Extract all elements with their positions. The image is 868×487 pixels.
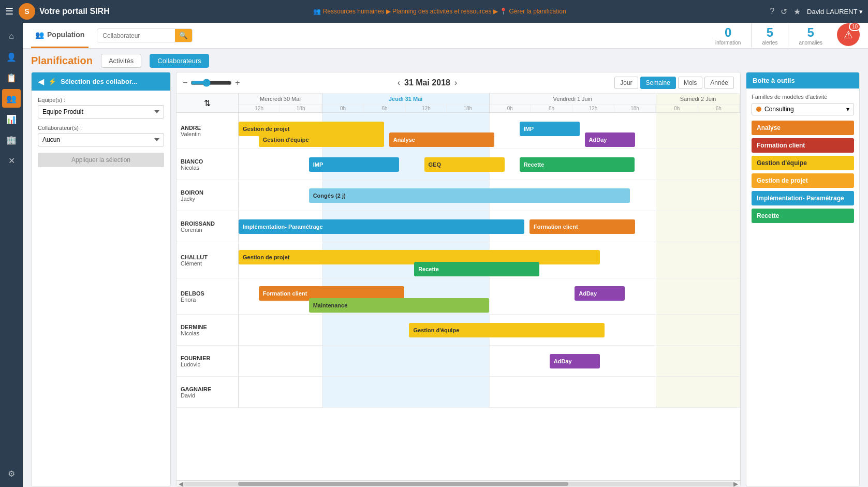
- time-headers-thu: 0h 6h 12h 18h: [322, 105, 489, 112]
- sidebar-item-document[interactable]: 📋: [2, 68, 21, 87]
- activity-bar[interactable]: Recette: [414, 262, 539, 276]
- list-item[interactable]: Recette: [752, 209, 854, 223]
- search-input[interactable]: [97, 29, 175, 42]
- firstname: Jacky: [181, 196, 234, 202]
- zoom-plus-button[interactable]: +: [235, 78, 240, 87]
- time-headers-fri: 0h 6h 12h 18h: [490, 105, 656, 112]
- sidebar-item-person[interactable]: 👤: [2, 48, 21, 66]
- lastname: DELBOS: [181, 290, 234, 297]
- row-cells-challut: Gestion de projet Recette: [239, 242, 740, 278]
- activity-bar[interactable]: Implémentation- Paramétrage: [239, 219, 524, 234]
- user-menu[interactable]: David LAURENT ▾: [807, 8, 863, 16]
- help-icon[interactable]: ?: [770, 7, 774, 16]
- activity-bar[interactable]: AdDay: [550, 354, 600, 368]
- menu-icon[interactable]: ☰: [5, 6, 13, 17]
- table-row: BIANCO Nicolas: [176, 149, 740, 180]
- settings-icon[interactable]: ⚙: [2, 464, 21, 483]
- lastname: DERMINE: [181, 324, 234, 330]
- zoom-controls: − +: [183, 78, 240, 87]
- breadcrumb-item-1[interactable]: Ressources humaines: [323, 8, 385, 15]
- breadcrumb-item-2[interactable]: Planning des activités et ressources: [392, 8, 491, 15]
- firstname: Ludovic: [181, 361, 234, 367]
- equipe-label: Equipe(s) :: [38, 97, 164, 103]
- activity-bar[interactable]: AdDay: [575, 286, 625, 301]
- nav-actions: ? ↺ ★ David LAURENT ▾: [770, 7, 863, 17]
- logo-circle: S: [19, 3, 35, 20]
- scrollbar-thumb[interactable]: [238, 482, 568, 486]
- activity-bar[interactable]: Gestion d'équipe: [259, 132, 384, 147]
- time-slot-fri-18: 18h: [614, 105, 656, 112]
- activity-bar[interactable]: AdDay: [585, 132, 635, 147]
- list-item[interactable]: Gestion de projet: [752, 173, 854, 188]
- scroll-left-arrow[interactable]: ◀: [179, 480, 183, 488]
- sidebar-item-tools[interactable]: ✕: [2, 151, 21, 170]
- list-item[interactable]: Formation client: [752, 138, 854, 153]
- collapse-button[interactable]: ◀: [38, 77, 44, 86]
- row-cells-andre: Gestion de projet Gestion d'équipe Analy…: [239, 113, 740, 149]
- history-icon[interactable]: ↺: [781, 7, 787, 17]
- activity-bar[interactable]: IMP: [520, 122, 580, 136]
- activity-bar[interactable]: Congés (2 j): [309, 188, 630, 203]
- cal-next-button[interactable]: ›: [454, 78, 457, 87]
- sidebar-item-home[interactable]: ⌂: [2, 27, 21, 46]
- activity-bar[interactable]: IMP: [309, 157, 399, 172]
- apply-button[interactable]: Appliquer la sélection: [38, 153, 164, 167]
- activity-bar[interactable]: Maintenance: [309, 298, 490, 313]
- table-row: GAGNAIRE David: [176, 377, 740, 408]
- table-row: ANDRE Valentin: [176, 113, 740, 149]
- firstname: Corentin: [181, 227, 234, 233]
- tab-collaborateurs[interactable]: Collaborateurs: [150, 54, 209, 68]
- stat-info-num: 0: [715, 25, 741, 40]
- view-jour-button[interactable]: Jour: [614, 77, 638, 89]
- sidebar-item-chart[interactable]: 📊: [2, 110, 21, 128]
- cal-prev-button[interactable]: ‹: [398, 78, 400, 87]
- time-slot-fri-12: 12h: [572, 105, 614, 112]
- equipe-field-group: Equipe(s) : Equipe Produit: [38, 97, 164, 119]
- calendar-grid[interactable]: ⇅ Mercredi 30 Mai 12h 18h: [176, 94, 740, 480]
- view-buttons: Jour Semaine Mois Année: [614, 77, 734, 89]
- activity-bar[interactable]: Recette: [520, 157, 635, 172]
- activity-bar[interactable]: GEQ: [424, 157, 505, 172]
- notification-badge[interactable]: ⚠ 10: [837, 23, 860, 46]
- tab-activites[interactable]: Activités: [101, 54, 141, 68]
- family-label: Familles de modèles d'activité: [752, 94, 854, 100]
- star-icon[interactable]: ★: [793, 7, 801, 17]
- day-col-sat: Samedi 2 Juin 0h 6h: [656, 94, 740, 112]
- view-semaine-button[interactable]: Semaine: [640, 77, 676, 89]
- family-dropdown-icon[interactable]: ▾: [846, 106, 849, 113]
- view-mois-button[interactable]: Mois: [678, 77, 702, 89]
- list-item[interactable]: Gestion d'équipe: [752, 156, 854, 170]
- zoom-slider[interactable]: [190, 79, 232, 87]
- view-annee-button[interactable]: Année: [704, 77, 734, 89]
- sidebar-item-people[interactable]: 👥: [2, 89, 21, 108]
- equipe-select[interactable]: Equipe Produit: [38, 105, 164, 119]
- row-name-fournier: FOURNIER Ludovic: [176, 346, 239, 376]
- notification-count: 10: [849, 23, 861, 31]
- calendar-scrollbar[interactable]: ◀ ▶: [176, 480, 740, 486]
- time-slot-fri-6: 6h: [531, 105, 572, 112]
- activity-bar[interactable]: Analyse: [389, 132, 494, 147]
- firstname: Valentin: [181, 131, 234, 137]
- sidebar-bottom: ⚙: [2, 464, 21, 487]
- breadcrumb-item-3[interactable]: Gérer la planification: [509, 8, 566, 15]
- lastname: BIANCO: [181, 158, 234, 165]
- list-item[interactable]: Analyse: [752, 121, 854, 135]
- activity-bar[interactable]: Formation client: [529, 219, 635, 234]
- time-slot-thu-18: 18h: [447, 105, 489, 112]
- zoom-minus-button[interactable]: −: [183, 78, 187, 87]
- activity-bar[interactable]: Gestion d'équipe: [409, 323, 605, 337]
- list-item[interactable]: Implémentation- Paramétrage: [752, 191, 854, 205]
- table-row: DELBOS Enora: [176, 278, 740, 315]
- search-button[interactable]: 🔍: [175, 29, 192, 42]
- calendar-panel: − + ‹ 31 Mai 2018 › Jour Semaine Mo: [176, 72, 741, 487]
- sidebar-item-briefcase[interactable]: 🏢: [2, 130, 21, 149]
- day-header-sat: Samedi 2 Juin: [656, 94, 740, 105]
- row-name-broissand: BROISSAND Corentin: [176, 211, 239, 242]
- calendar-nav: ‹ 31 Mai 2018 ›: [244, 78, 611, 87]
- collab-select[interactable]: Aucun: [38, 133, 164, 146]
- app-logo: S Votre portail SIRH: [19, 3, 110, 20]
- scroll-up-icon[interactable]: ⇅: [204, 98, 211, 108]
- population-tab[interactable]: 👥 Population: [31, 23, 89, 48]
- row-cells-delbos: Formation client Maintenance AdDay: [239, 278, 740, 314]
- scroll-right-arrow[interactable]: ▶: [733, 480, 738, 488]
